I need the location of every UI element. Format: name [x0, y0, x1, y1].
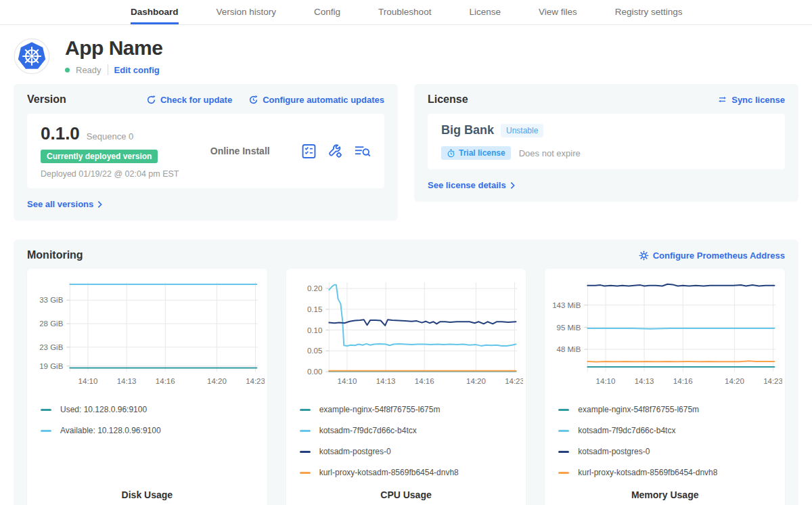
legend-item: Available: 10.128.0.96:9100 — [41, 426, 265, 435]
sync-license-button[interactable]: Sync license — [717, 95, 785, 105]
legend-item: example-nginx-54f8f76755-l675m — [558, 405, 782, 414]
svg-text:14:20: 14:20 — [725, 377, 744, 385]
current-version-panel: 0.1.0 Sequence 0 Currently deployed vers… — [27, 114, 384, 188]
cpu-usage-chart-card: 14:1014:1314:1614:2014:230.200.150.100.0… — [286, 269, 526, 505]
deployed-timestamp: Deployed 01/19/22 @ 02:04 pm EST — [41, 169, 179, 179]
chart-title: Memory Usage — [547, 477, 782, 500]
customer-name: Big Bank — [441, 123, 494, 137]
memory-usage-chart-card: 14:1014:1314:1614:2014:23143 MiB95 MiB48… — [545, 269, 785, 505]
configure-prometheus-button[interactable]: Configure Prometheus Address — [639, 250, 785, 261]
sequence-label: Sequence 0 — [87, 131, 133, 141]
config-gear-icon[interactable] — [328, 144, 343, 159]
refresh-icon — [146, 95, 156, 105]
legend-swatch — [41, 430, 51, 432]
svg-text:14:23: 14:23 — [763, 377, 782, 385]
legend-swatch — [300, 409, 311, 411]
license-panel: Big Bank Unstable Trial license Does not… — [428, 114, 785, 169]
chevron-right-icon — [510, 181, 515, 190]
tab-version-history[interactable]: Version history — [217, 0, 277, 24]
svg-text:14:13: 14:13 — [117, 377, 137, 385]
legend-item: Used: 10.128.0.96:9100 — [41, 405, 265, 414]
install-type-label: Online Install — [179, 146, 301, 156]
see-license-details-link[interactable]: See license details — [428, 180, 515, 190]
memory-usage-legend: example-nginx-54f8f76755-l675mkotsadm-7f… — [558, 393, 782, 477]
svg-text:95 MiB: 95 MiB — [557, 324, 581, 332]
configure-automatic-updates-button[interactable]: Configure automatic updates — [248, 95, 384, 105]
license-card-title: License — [428, 93, 468, 106]
edit-config-link[interactable]: Edit config — [114, 65, 160, 75]
svg-text:0.15: 0.15 — [307, 305, 322, 313]
svg-text:14:10: 14:10 — [337, 377, 357, 385]
svg-text:143 MiB: 143 MiB — [552, 301, 581, 309]
version-card-title: Version — [27, 93, 66, 106]
svg-text:19 GiB: 19 GiB — [39, 362, 63, 370]
svg-text:14:20: 14:20 — [207, 377, 227, 385]
license-card: License Sync license Big Bank Unstable T… — [414, 84, 798, 202]
svg-text:14:16: 14:16 — [415, 377, 434, 385]
svg-text:23 GiB: 23 GiB — [39, 343, 63, 351]
svg-text:14:20: 14:20 — [466, 377, 486, 385]
chevron-right-icon — [97, 200, 102, 208]
svg-text:14:16: 14:16 — [673, 377, 693, 385]
cpu-usage-chart: 14:1014:1314:1614:2014:230.200.150.100.0… — [289, 274, 524, 391]
divider — [108, 64, 108, 75]
chart-title: Disk Usage — [30, 477, 265, 500]
legend-label: example-nginx-54f8f76755-l675m — [319, 405, 441, 414]
license-type-badge: Trial license — [441, 146, 511, 160]
legend-swatch — [558, 451, 569, 453]
see-all-versions-link[interactable]: See all versions — [27, 199, 102, 209]
svg-text:14:10: 14:10 — [78, 377, 98, 385]
app-header: App Name Ready Edit config — [0, 25, 812, 75]
sync-icon — [717, 95, 727, 104]
memory-usage-chart: 14:1014:1314:1614:2014:23143 MiB95 MiB48… — [547, 274, 782, 391]
disk-usage-legend: Used: 10.128.0.96:9100Available: 10.128.… — [41, 393, 265, 435]
svg-text:14:10: 14:10 — [596, 377, 616, 385]
expiration-text: Does not expire — [519, 148, 581, 158]
legend-swatch — [300, 430, 311, 432]
preflight-checks-icon[interactable] — [301, 144, 317, 159]
status-text: Ready — [76, 65, 102, 75]
tab-dashboard[interactable]: Dashboard — [131, 0, 179, 24]
legend-label: kurl-proxy-kotsadm-8569fb6454-dnvh8 — [319, 468, 459, 477]
disk-usage-chart-card: 14:1014:1314:1614:2014:2333 GiB28 GiB23 … — [27, 269, 267, 505]
page-title: App Name — [65, 37, 162, 60]
chart-title: CPU Usage — [289, 477, 524, 500]
top-nav: Dashboard Version history Config Trouble… — [0, 0, 812, 25]
tab-registry-settings[interactable]: Registry settings — [615, 0, 683, 24]
tab-view-files[interactable]: View files — [539, 0, 577, 24]
monitoring-section: Monitoring Configure Prometheus Address … — [14, 240, 798, 505]
svg-text:14:16: 14:16 — [156, 377, 175, 385]
svg-text:28 GiB: 28 GiB — [39, 320, 63, 328]
status-dot — [65, 68, 70, 72]
tab-config[interactable]: Config — [314, 0, 340, 24]
svg-text:48 MiB: 48 MiB — [557, 345, 581, 353]
legend-item: kotsadm-postgres-0 — [558, 447, 782, 456]
version-number: 0.1.0 — [41, 123, 80, 144]
deployed-badge: Currently deployed version — [41, 150, 158, 163]
legend-item: kotsadm-7f9dc7d66c-b4tcx — [300, 426, 524, 435]
legend-item: kurl-proxy-kotsadm-8569fb6454-dnvh8 — [558, 468, 782, 477]
legend-label: example-nginx-54f8f76755-l675m — [578, 405, 699, 414]
legend-item: kurl-proxy-kotsadm-8569fb6454-dnvh8 — [300, 468, 524, 477]
tab-troubleshoot[interactable]: Troubleshoot — [378, 0, 431, 24]
svg-text:0.20: 0.20 — [307, 284, 322, 292]
svg-text:14:23: 14:23 — [246, 377, 265, 385]
cpu-usage-legend: example-nginx-54f8f76755-l675mkotsadm-7f… — [300, 393, 524, 477]
svg-text:0.00: 0.00 — [307, 368, 322, 376]
svg-text:0.05: 0.05 — [307, 347, 322, 355]
check-for-update-button[interactable]: Check for update — [146, 95, 232, 105]
svg-text:0.10: 0.10 — [307, 326, 322, 334]
clock-refresh-icon — [248, 95, 258, 105]
svg-text:14:23: 14:23 — [505, 377, 524, 385]
legend-swatch — [558, 472, 569, 474]
monitoring-title: Monitoring — [27, 249, 83, 261]
disk-usage-chart: 14:1014:1314:1614:2014:2333 GiB28 GiB23 … — [30, 274, 265, 391]
kubernetes-logo-icon — [14, 38, 50, 74]
legend-label: Used: 10.128.0.96:9100 — [60, 405, 147, 414]
tab-license[interactable]: License — [469, 0, 501, 24]
gear-icon — [639, 250, 649, 261]
legend-swatch — [558, 430, 569, 432]
legend-label: kotsadm-postgres-0 — [578, 447, 650, 456]
legend-label: kotsadm-7f9dc7d66c-b4tcx — [578, 426, 675, 435]
deploy-logs-icon[interactable] — [354, 144, 371, 159]
